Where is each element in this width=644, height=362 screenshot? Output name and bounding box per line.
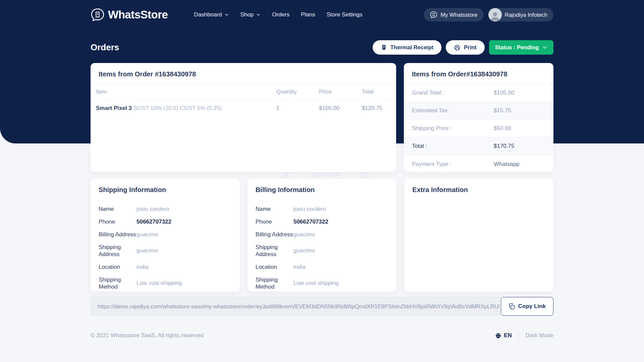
footer-divider [519,331,519,340]
nav-store-settings[interactable]: Store Settings [327,11,363,18]
shipping-info-card-title: Shipping Information [91,179,240,199]
my-whatsstore-label: My Whatsstore [440,12,477,18]
info-value: 50662707322 [137,219,171,225]
order-link-bar: https://demo.rajodiya.com/whatsstore-saa… [91,297,553,316]
info-value: josiu cordero [293,206,326,213]
printer-icon [454,44,461,51]
summary-value: $105.00 [494,89,514,96]
language-selector[interactable]: EN [495,332,512,339]
summary-value: $50.00 [494,125,511,132]
account-menu[interactable]: Rajodiya Infotech [488,8,554,21]
info-value: india [137,264,149,270]
item-name: Smart Pixel 3 [96,105,132,111]
shipping-shipping-address-row: Shipping Address guacimo [99,241,232,261]
info-value: guacimo [293,231,315,238]
info-value: guacimo [137,231,158,238]
column-header-total: Total [357,84,396,100]
item-total: $120.75 [357,100,396,117]
whatsstore-bubble-icon [91,8,105,22]
nav-orders[interactable]: Orders [272,11,289,18]
copy-link-label: Copy Link [518,303,546,310]
shipping-info-card: Shipping Information Name josiu cordero … [91,179,240,292]
summary-row-payment-type: Payment Type : Whatsapp [404,155,553,172]
nav-shop[interactable]: Shop [240,11,261,18]
summary-label: Estimated Tax : [412,107,494,114]
toolbar: Thermal Receipt Print Status : Pending [373,40,553,55]
print-label: Print [464,44,477,51]
info-label: Shipping Method [99,276,137,291]
info-label: Billing Address [99,231,137,238]
page-title: Orders [91,42,119,53]
info-label: Shipping Address [256,244,293,258]
billing-billing-address-row: Billing Address guacimo [256,228,389,241]
person-avatar [488,8,502,21]
summary-label: Total : [412,143,494,149]
billing-location-row: Location india [256,261,389,274]
dark-mode-toggle[interactable]: Dark Mode [526,332,553,339]
chevron-down-icon [224,12,229,17]
page-header: Orders Thermal Receipt Print Status : Pe… [91,40,553,55]
info-label: Phone [256,218,293,225]
top-navbar: WhatsStore Dashboard Shop Orders Plans S… [0,0,644,29]
copy-link-button[interactable]: Copy Link [501,297,553,316]
table-row: Smart Pixel 3 SGST 10% (10.5) CGST 5% (5… [91,100,396,117]
billing-phone-row: Phone 50662707322 [256,216,389,228]
billing-shipping-address-row: Shipping Address guacimo [256,241,389,261]
info-label: Name [99,205,137,213]
my-whatsstore-button[interactable]: My Whatsstore [424,8,483,21]
item-tax-detail: SGST 10% (10.5) CGST 5% (5.25) [133,105,222,111]
info-label: Shipping Address [99,244,137,258]
order-items-card: Items from Order #1638430978 Item Quanti… [91,63,396,172]
order-url-field[interactable]: https://demo.rajodiya.com/whatsstore-saa… [91,297,499,316]
nav-dashboard[interactable]: Dashboard [194,11,229,18]
chevron-down-icon [256,12,261,17]
billing-info-card-title: Billing Information [248,179,397,199]
navbar-right: My Whatsstore Rajodiya Infotech [424,8,553,21]
info-value: josiu cordero [137,206,169,213]
info-label: Name [256,205,293,213]
main-nav: Dashboard Shop Orders Plans Store Settin… [194,11,362,18]
summary-value: $170.75 [494,143,514,149]
shipping-billing-address-row: Billing Address guacimo [99,228,232,241]
copy-icon [508,303,515,310]
whatsstore-bubble-icon [430,11,437,18]
thermal-receipt-label: Thermal Receipt [390,44,433,51]
nav-orders-label: Orders [272,11,289,18]
info-label: Shipping Method [256,276,293,291]
nav-store-settings-label: Store Settings [327,11,363,18]
nav-dashboard-label: Dashboard [194,11,222,18]
globe-icon [495,333,501,339]
summary-row-estimated-tax: Estimated Tax : $15.75 [404,102,553,120]
language-label: EN [504,332,512,339]
chevron-down-icon [542,45,547,50]
account-name: Rajodiya Infotech [505,12,548,18]
item-quantity: 1 [271,100,314,117]
status-label: Status : Pending [495,44,539,51]
info-label: Phone [99,218,137,225]
nav-shop-label: Shop [240,11,254,18]
column-header-item: Item [91,84,271,100]
info-label: Location [256,263,293,270]
summary-value: Whatsapp [494,161,520,168]
column-header-price: Price [314,84,357,100]
thermal-receipt-button[interactable]: Thermal Receipt [373,40,441,55]
billing-method-row: Shipping Method Low cost shipping [256,274,389,292]
info-value: guacimo [137,247,158,254]
brand-logo[interactable]: WhatsStore [91,8,168,22]
summary-label: Payment Type : [412,161,494,168]
shipping-name-row: Name josiu cordero [99,203,232,216]
copyright-text: © 2021 Whatsstore SaaS. All rights reser… [91,332,204,339]
info-label: Billing Address [256,231,293,238]
shipping-method-row: Shipping Method Low cost shipping [99,274,232,292]
info-value: india [293,264,306,270]
shipping-location-row: Location india [99,261,232,274]
info-value: Low cost shipping [293,280,339,287]
receipt-icon [381,44,387,51]
nav-plans[interactable]: Plans [301,11,315,18]
order-summary-card: Items from Order#1638430978 Grand Total … [404,63,553,172]
print-button[interactable]: Print [446,40,485,55]
billing-name-row: Name josiu cordero [256,203,389,216]
status-dropdown-button[interactable]: Status : Pending [489,40,553,55]
summary-value: $15.75 [494,107,511,114]
info-value: 50662707322 [293,219,328,225]
